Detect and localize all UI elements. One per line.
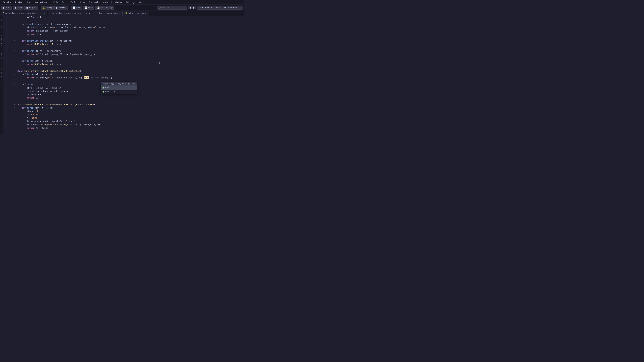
new-icon: 📄: [72, 6, 76, 9]
nav-arrows: ◀ ▶: [188, 6, 196, 9]
fold-arrow[interactable]: ▼: [14, 83, 16, 86]
sidebar-item-projects[interactable]: Projects: [1, 18, 2, 29]
code-line: ▼class ConstantGravityParticleSystem(Par…: [7, 69, 244, 73]
fold-arrow[interactable]: ▼: [14, 106, 16, 110]
code-content: A = 100e-4: [16, 116, 244, 120]
build-button[interactable]: ▶ Build: [1, 6, 12, 10]
fold-arrow[interactable]: ▼: [14, 39, 16, 42]
tab-cpp-icon-2: C: [86, 12, 88, 14]
fold-arrow[interactable]: ▼: [14, 49, 16, 53]
menu-window[interactable]: Window: [113, 1, 124, 4]
menu-view[interactable]: View: [78, 1, 87, 4]
code-line: [7, 46, 244, 49]
sidebar-item-classes[interactable]: Classes: [1, 52, 2, 62]
code-line: [7, 66, 244, 69]
nav-back-button[interactable]: ◀: [188, 6, 192, 9]
debug-button[interactable]: 🐛 Debug: [40, 6, 54, 10]
code-line: [7, 99, 244, 103]
code-line: cw = 0.45: [7, 113, 244, 116]
menu-run[interactable]: Run: [26, 1, 33, 4]
fold-arrow[interactable]: ▼: [14, 73, 16, 76]
code-content: ekin = np.sum(np.sum(0.5 * self.m * self…: [16, 26, 244, 29]
code-line: [7, 56, 244, 59]
code-content: def potential_energy(self) -> np.ndarray…: [16, 39, 244, 42]
ac-dot-1: ●: [102, 86, 104, 89]
code-line: return fg + fdiss: [7, 126, 244, 130]
tab-close-1[interactable]: ×: [43, 12, 45, 14]
menu-settings[interactable]: Settings: [124, 1, 137, 4]
code-line: assert ekin.shape == self.t.shape: [7, 29, 244, 32]
code-line: ▼class AerodynamicParticleSystem(Constan…: [7, 103, 244, 106]
code-content: raise NotImplementedError(): [16, 42, 244, 46]
code-content: fg = super(AerodynamicParticleSystem, se…: [16, 123, 244, 126]
menu-edit[interactable]: Edit: [60, 1, 68, 4]
menu-bookmarks[interactable]: Bookmarks: [87, 1, 101, 4]
sidebar-item-filesystem[interactable]: Filesystem: [1, 67, 2, 81]
code-line: return ...: [7, 96, 244, 99]
code-content: raise NotImplementedError(): [16, 63, 244, 66]
menu-tools[interactable]: Tools: [69, 1, 78, 4]
save-button[interactable]: 💾 Save: [83, 6, 94, 10]
toolbar: ▶ Build ⏸ Stop ⏹ Stop All 🐛 Debug ▶ Exec…: [0, 5, 244, 11]
autocomplete-hint: print(obj, [sep, end, file]): [101, 82, 137, 86]
fold-arrow[interactable]: ▼: [14, 103, 16, 106]
new-button[interactable]: 📄 New: [71, 6, 82, 10]
stop-icon: ⏸: [14, 6, 17, 9]
autocomplete-item-ones[interactable]: ● ones: [101, 86, 137, 90]
tab-close-3[interactable]: ×: [118, 12, 120, 14]
tab-persistentmovingrangeprivate-cpp[interactable]: C persistentmovingrangeprivate.cpp ×: [1, 11, 47, 15]
tab-persistentmovingrange-cpp[interactable]: C persistentmovingrange.cpp ×: [84, 11, 123, 15]
more-button[interactable]: ▶: [110, 6, 114, 9]
code-content: class NewtonPropagator:: [16, 133, 244, 134]
save-as-button[interactable]: 💾 Save As: [95, 6, 110, 10]
code-editor[interactable]: self.dt = dt▼ def kinetic_energy(self) -…: [7, 16, 244, 134]
quick-open-input[interactable]: [157, 6, 187, 9]
code-content: def force(self, t, x, v):: [16, 106, 244, 110]
sidebar-item-documents[interactable]: Documents: [1, 34, 2, 47]
menu-session[interactable]: Session: [1, 1, 13, 4]
fold-arrow[interactable]: ▼: [14, 69, 16, 73]
menu-help[interactable]: Help: [138, 1, 146, 4]
code-line: return np.array([0, 0, -self.m * self.g]…: [7, 76, 244, 79]
code-line: raise NotImplementedError(): [7, 63, 244, 66]
fold-arrow[interactable]: ▼: [14, 59, 16, 63]
code-line: self.dt = dt: [7, 16, 244, 19]
code-content: return np.array([0, 0, -self.m * self.g]…: [16, 76, 244, 79]
code-line: ▼ def force(self, t, x, v):: [7, 106, 244, 110]
fold-arrow[interactable]: ▼: [14, 22, 16, 26]
code-line: fdiss = -rho*cw*A * np.abs(v)**3*v / 2: [7, 120, 244, 123]
stop-all-icon: ⏹: [26, 6, 28, 9]
breadcrumb: ConstantGravityParticleSystem:po...: [197, 6, 243, 9]
code-content: class AerodynamicParticleSystem(Constant…: [16, 103, 244, 106]
ac-dot-2: ●: [102, 90, 104, 93]
toolbar-sep-1: [39, 6, 39, 9]
save-as-icon: 💾: [97, 6, 100, 9]
fold-arrow[interactable]: ▼: [14, 133, 16, 134]
autocomplete-item-ones-like[interactable]: ● ones_like: [101, 90, 137, 94]
nav-forward-button[interactable]: ▶: [192, 6, 196, 9]
tabbar: C persistentmovingrangeprivate.cpp × H p…: [0, 11, 244, 16]
code-line: ▼class NewtonPropagator:: [7, 133, 244, 134]
code-line: [7, 19, 244, 22]
code-content: self.dt = dt: [16, 16, 244, 19]
menu-code[interactable]: Code: [102, 1, 110, 4]
code-line: ▼ def potential_energy(self) -> np.ndarr…: [7, 39, 244, 42]
side-panel: Projects Documents Classes Filesystem: [0, 16, 3, 134]
tab-persistentmovingrange-h[interactable]: H persistentmovingrange.h ×: [48, 11, 84, 15]
code-line: raise NotImplementedError(): [7, 42, 244, 46]
tab-close-4[interactable]: ×: [145, 12, 146, 14]
menu-file[interactable]: File: [52, 1, 60, 4]
code-content: assert ekin.shape == self.t.shape: [16, 29, 244, 32]
menu-navigation[interactable]: Navigation: [33, 1, 48, 4]
stop-all-button[interactable]: ⏹ Stop All: [24, 6, 38, 10]
code-line: ▼ def force(self, t, x, v):: [7, 73, 244, 76]
stop-button[interactable]: ⏸ Stop: [13, 6, 24, 10]
code-line: ▼ def energy(self) -> np.ndarray:: [7, 49, 244, 53]
execute-button[interactable]: ▶ Execute: [54, 6, 68, 10]
toolbar-sep-2: [69, 6, 70, 9]
tab-close-2[interactable]: ×: [80, 12, 82, 14]
tab-algorithms-py[interactable]: 🐍 algorithms.py ×: [123, 11, 149, 15]
tab-cpp-icon: C: [3, 12, 4, 14]
code-content: return fg + fdiss: [16, 126, 244, 130]
menu-project[interactable]: Project: [14, 1, 26, 4]
